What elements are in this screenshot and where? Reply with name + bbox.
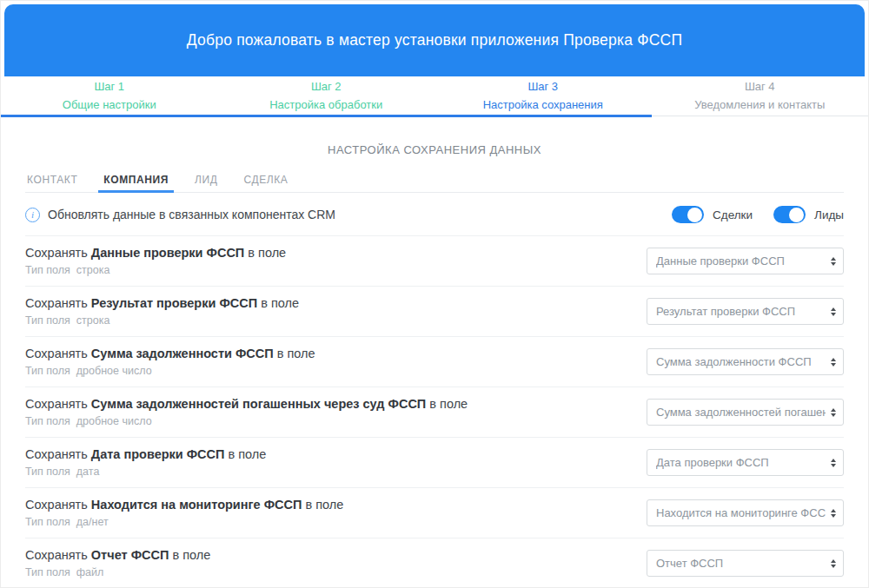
field-save-label: Сохранять Данные проверки ФССП в поле xyxy=(25,246,286,260)
entity-tabs: КОНТАКТ КОМПАНИЯ ЛИД СДЕЛКА xyxy=(25,174,844,193)
field-save-label: Сохранять Отчет ФССП в поле xyxy=(25,548,210,562)
select-value: Результат проверки ФССП xyxy=(656,305,826,318)
field-row-check-result: Сохранять Результат проверки ФССП в поле… xyxy=(25,287,844,337)
field-select[interactable]: Находится на мониторинге ФССП xyxy=(647,499,844,526)
field-info: Сохранять Отчет ФССП в поле Тип поляфайл xyxy=(25,548,210,578)
select-spinner-icon xyxy=(831,408,836,417)
field-select[interactable]: Данные проверки ФССП xyxy=(647,248,844,274)
step-1-general-settings[interactable]: Шаг 1 Общие настройки xyxy=(1,76,218,116)
field-info: Сохранять Сумма задолженностей погашенны… xyxy=(25,397,468,427)
field-save-label: Сохранять Результат проверки ФССП в поле xyxy=(25,296,299,310)
step-label: Настройка обработки xyxy=(218,96,435,114)
field-save-label: Сохранять Находится на мониторинге ФССП … xyxy=(25,498,343,512)
deals-toggle-label: Сделки xyxy=(713,208,753,221)
field-row-debt-sum: Сохранять Сумма задолженности ФССП в пол… xyxy=(25,337,844,387)
field-save-label: Сохранять Сумма задолженностей погашенны… xyxy=(25,397,468,411)
field-type-label: Тип поляда/нет xyxy=(25,516,343,528)
leads-toggle-label: Лиды xyxy=(814,208,844,221)
crm-update-label: Обновлять данные в связанных компонентах… xyxy=(48,208,335,221)
field-type-label: Тип полядата xyxy=(25,466,266,478)
field-type-label: Тип полядробное число xyxy=(25,365,315,377)
field-info: Сохранять Дата проверки ФССП в поле Тип … xyxy=(25,447,266,478)
field-select[interactable]: Отчет ФССП xyxy=(647,550,844,577)
step-number: Шаг 1 xyxy=(1,78,218,96)
section-title: НАСТРОЙКА СОХРАНЕНИЯ ДАННЫХ xyxy=(25,143,844,156)
step-number: Шаг 4 xyxy=(652,78,869,96)
field-type-label: Тип полястрока xyxy=(25,264,286,276)
tab-deal[interactable]: СДЕЛКА xyxy=(242,174,289,192)
select-spinner-icon xyxy=(831,358,836,367)
field-info: Сохранять Данные проверки ФССП в поле Ти… xyxy=(25,246,286,276)
step-3-saving-settings[interactable]: Шаг 3 Настройка сохранения xyxy=(434,76,652,116)
crm-update-left: i Обновлять данные в связанных компонент… xyxy=(25,208,335,222)
tab-contact[interactable]: КОНТАКТ xyxy=(25,174,79,192)
field-save-label: Сохранять Сумма задолженности ФССП в пол… xyxy=(25,347,315,360)
wizard-title: Добро пожаловать в мастер установки прил… xyxy=(187,31,682,50)
toggle-knob xyxy=(789,208,804,222)
step-4-notifications-contacts[interactable]: Шаг 4 Уведомления и контакты xyxy=(652,76,869,116)
tab-company[interactable]: КОМПАНИЯ xyxy=(102,174,170,192)
field-type-label: Тип полядробное число xyxy=(25,415,468,427)
select-value: Дата проверки ФССП xyxy=(656,456,826,469)
select-spinner-icon xyxy=(831,459,836,467)
field-row-report: Сохранять Отчет ФССП в поле Тип поляфайл… xyxy=(25,538,844,588)
crm-update-row: i Обновлять данные в связанных компонент… xyxy=(25,193,844,236)
select-value: Отчет ФССП xyxy=(656,557,826,570)
field-type-label: Тип поляфайл xyxy=(25,566,210,578)
field-row-debt-paid-court: Сохранять Сумма задолженностей погашенны… xyxy=(25,387,844,438)
crm-update-toggles: Сделки Лиды xyxy=(672,206,844,223)
step-label: Настройка сохранения xyxy=(434,96,652,114)
field-row-check-date: Сохранять Дата проверки ФССП в поле Тип … xyxy=(25,438,844,488)
field-info: Сохранять Результат проверки ФССП в поле… xyxy=(25,296,299,327)
step-2-processing-settings[interactable]: Шаг 2 Настройка обработки xyxy=(218,76,435,116)
field-info: Сохранять Находится на мониторинге ФССП … xyxy=(25,498,343,528)
select-value: Сумма задолженностей погашенных через су… xyxy=(656,406,826,419)
toggle-knob xyxy=(687,208,702,222)
select-value: Сумма задолженности ФССП xyxy=(656,355,826,368)
field-save-label: Сохранять Дата проверки ФССП в поле xyxy=(25,447,266,461)
select-value: Данные проверки ФССП xyxy=(656,254,826,268)
select-spinner-icon xyxy=(831,307,836,316)
select-value: Находится на мониторинге ФССП xyxy=(656,506,826,519)
deals-toggle[interactable] xyxy=(672,206,704,223)
field-select[interactable]: Сумма задолженности ФССП xyxy=(647,348,844,375)
step-label: Общие настройки xyxy=(1,96,218,114)
step-label: Уведомления и контакты xyxy=(652,96,869,114)
step-nav: Шаг 1 Общие настройки Шаг 2 Настройка об… xyxy=(1,76,868,116)
field-select[interactable]: Сумма задолженностей погашенных через су… xyxy=(647,399,844,426)
field-select[interactable]: Дата проверки ФССП xyxy=(647,449,844,476)
wizard-window: Добро пожаловать в мастер установки прил… xyxy=(0,0,869,588)
select-spinner-icon xyxy=(831,509,836,518)
field-row-monitoring: Сохранять Находится на мониторинге ФССП … xyxy=(25,488,844,538)
leads-toggle[interactable] xyxy=(773,206,806,223)
wizard-header: Добро пожаловать в мастер установки прил… xyxy=(4,4,865,76)
field-row-check-data: Сохранять Данные проверки ФССП в поле Ти… xyxy=(25,236,844,287)
main-content: НАСТРОЙКА СОХРАНЕНИЯ ДАННЫХ КОНТАКТ КОМП… xyxy=(25,117,844,588)
select-spinner-icon xyxy=(831,559,836,568)
select-spinner-icon xyxy=(831,257,836,266)
info-icon: i xyxy=(25,208,40,222)
step-number: Шаг 2 xyxy=(218,78,435,96)
tab-lead[interactable]: ЛИД xyxy=(193,174,219,192)
step-number: Шаг 3 xyxy=(434,78,652,96)
field-type-label: Тип полястрока xyxy=(25,314,299,327)
field-select[interactable]: Результат проверки ФССП xyxy=(647,298,844,325)
field-info: Сохранять Сумма задолженности ФССП в пол… xyxy=(25,347,315,377)
